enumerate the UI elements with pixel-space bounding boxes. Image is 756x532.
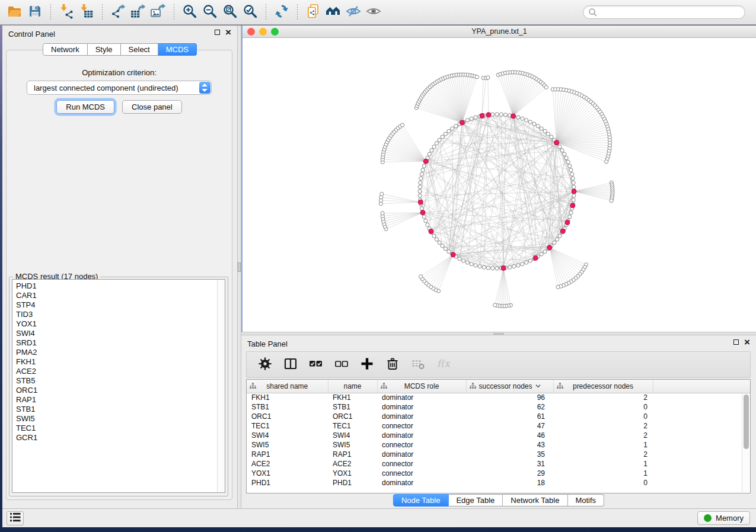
mcds-tab-panel: Optimization criterion: largest connecte… (6, 50, 232, 500)
table-row[interactable]: ORC1ORC1dominator610 (247, 412, 750, 421)
table-row[interactable]: STB1STB1dominator620 (247, 402, 750, 412)
table-row[interactable]: YOX1YOX1connector291 (247, 469, 750, 478)
mcds-result-item[interactable]: TEC1 (12, 424, 225, 433)
table-row[interactable]: TEC1TEC1connector472 (247, 421, 750, 431)
table-row[interactable]: FKH1FKH1dominator962 (247, 393, 750, 402)
mcds-result-scrollbar[interactable] (217, 280, 225, 492)
zoom-selected-icon (243, 4, 258, 21)
zoom-selected-button[interactable] (240, 3, 260, 22)
import-table-button[interactable] (76, 3, 97, 22)
column-label: predecessor nodes (573, 382, 633, 390)
run-mcds-button[interactable]: Run MCDS (56, 100, 114, 114)
zoom-out-button[interactable] (200, 3, 220, 22)
mcds-result-item[interactable]: STP4 (12, 300, 225, 310)
control-panel-close-button[interactable]: × (225, 29, 231, 36)
import-network-button[interactable] (56, 3, 76, 22)
mcds-result-item[interactable]: SRD1 (12, 338, 225, 348)
tab-edge-table[interactable]: Edge Table (448, 494, 503, 507)
mcds-result-item[interactable]: PHD1 (12, 281, 225, 291)
toolbar-separator (174, 4, 174, 21)
memory-button[interactable]: Memory (697, 511, 750, 525)
zoom-in-button[interactable] (180, 3, 200, 22)
table-scrollbar[interactable] (742, 393, 750, 492)
mcds-result-item[interactable]: STB1 (12, 405, 225, 414)
hide-graphics-button[interactable] (343, 3, 363, 22)
close-panel-button[interactable]: Close panel (122, 100, 182, 114)
tab-network-table[interactable]: Network Table (503, 494, 567, 507)
mcds-result-item[interactable]: CAR1 (12, 291, 225, 300)
legacy-home-button[interactable] (323, 3, 343, 22)
vertical-splitter-handle[interactable] (238, 262, 241, 272)
memory-label: Memory (716, 514, 744, 523)
tab-motifs[interactable]: Motifs (567, 494, 604, 507)
search-input[interactable] (599, 7, 740, 17)
function-builder-icon: f(x) (436, 357, 451, 373)
table-panel-float-button[interactable] (733, 339, 739, 345)
delete-table-button (411, 357, 425, 373)
network-view-titlebar[interactable]: YPA_prune.txt_1 (243, 25, 756, 38)
export-table-button[interactable] (128, 3, 148, 22)
add-column-button[interactable] (360, 357, 374, 373)
search-box[interactable] (583, 5, 745, 19)
task-history-button[interactable] (7, 511, 24, 525)
mcds-result-item[interactable]: ORC1 (12, 386, 225, 395)
tab-node-table[interactable]: Node Table (393, 494, 449, 507)
horizontal-splitter-handle[interactable] (493, 333, 504, 335)
control-panel-float-button[interactable] (215, 30, 220, 35)
select-all-button[interactable] (309, 357, 323, 373)
mcds-result-item[interactable]: PMA2 (12, 348, 225, 357)
column-label: MCDS role (404, 382, 439, 390)
mcds-result-item[interactable]: SWI5 (12, 414, 225, 424)
table-row[interactable]: ACE2ACE2connector311 (247, 459, 750, 469)
mcds-result-item[interactable]: SWI4 (12, 329, 225, 338)
column-header-MCDS-role[interactable]: MCDS role (377, 380, 466, 393)
vertical-splitter[interactable] (237, 25, 241, 508)
delete-columns-button[interactable] (385, 357, 400, 373)
split-panel-button[interactable] (283, 357, 298, 373)
mcds-result-item[interactable]: STB5 (12, 376, 225, 386)
legacy-home-icon (326, 4, 341, 21)
column-header-shared-name[interactable]: shared name (247, 380, 328, 393)
share-document-button[interactable] (303, 3, 323, 22)
mcds-result-item[interactable]: ACE2 (12, 367, 225, 376)
export-image-button[interactable] (148, 3, 168, 22)
table-row[interactable]: PHD1PHD1dominator180 (247, 478, 750, 488)
mcds-result-item[interactable]: GCR1 (12, 433, 225, 443)
zoom-in-icon (182, 4, 197, 21)
column-header-predecessor-nodes[interactable]: predecessor nodes (553, 380, 653, 393)
mcds-result-item[interactable]: TID3 (12, 310, 225, 319)
table-row[interactable]: SWI5SWI5connector431 (247, 440, 750, 450)
hide-graphics-icon (346, 4, 361, 21)
optimization-criterion-select[interactable]: largest connected component (undirected) (27, 81, 212, 95)
deselect-all-button[interactable] (334, 357, 349, 373)
mcds-result-item[interactable]: RAP1 (12, 395, 225, 405)
table-scrollbar-thumb[interactable] (744, 395, 749, 449)
mcds-result-item[interactable]: YOX1 (12, 319, 225, 329)
tab-style[interactable]: Style (88, 43, 121, 56)
tab-mcds[interactable]: MCDS (158, 43, 197, 56)
column-header-successor-nodes[interactable]: successor nodes (466, 380, 553, 393)
network-canvas[interactable] (243, 38, 756, 332)
export-network-button[interactable] (108, 3, 128, 22)
tab-select[interactable]: Select (121, 43, 158, 56)
table-row[interactable]: SWI4SWI4dominator462 (247, 431, 750, 440)
node-table: shared namenameMCDS rolesuccessor nodesp… (246, 379, 751, 493)
table-panel: Table Panel × f(x) shared namenameMCDS r… (241, 335, 756, 508)
open-session-button[interactable] (5, 3, 25, 22)
node-table-grid[interactable]: shared namenameMCDS rolesuccessor nodesp… (247, 380, 750, 488)
tab-network[interactable]: Network (43, 43, 88, 56)
show-graphics-button[interactable] (363, 3, 384, 22)
table-panel-tabs: Node TableEdge TableNetwork TableMotifs (393, 494, 604, 507)
network-graph (243, 38, 756, 332)
table-panel-close-button[interactable]: × (744, 339, 750, 345)
column-header-name[interactable]: name (328, 380, 377, 393)
mcds-result-list[interactable]: PHD1CAR1STP4TID3YOX1SWI4SRD1PMA2FKH1ACE2… (12, 279, 225, 493)
mcds-result-item[interactable]: FKH1 (12, 357, 225, 367)
function-builder-button: f(x) (436, 357, 451, 373)
select-all-icon (309, 357, 323, 373)
save-session-button[interactable] (25, 3, 45, 22)
settings-button[interactable] (258, 357, 272, 373)
refresh-layout-button[interactable] (272, 3, 292, 22)
table-row[interactable]: RAP1RAP1dominator352 (247, 450, 750, 459)
zoom-fit-button[interactable] (220, 3, 240, 22)
